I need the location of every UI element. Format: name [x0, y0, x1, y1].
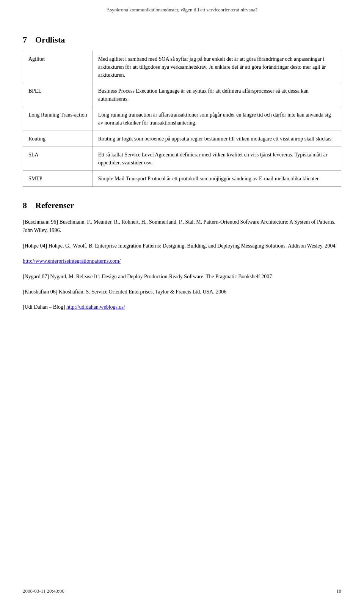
reference-entry: [Khoshafian 06] Khoshafian, S. Service O… — [23, 288, 341, 296]
glossary-term: Agilitet — [23, 51, 93, 83]
glossary-row: SMTP Simple Mail Transport Protocol är e… — [23, 171, 341, 187]
section7-heading: Ordlista — [35, 35, 65, 44]
page-footer: 2008-03-11 20:43:00 18 — [23, 588, 341, 594]
glossary-row: BPEL Business Process Execution Language… — [23, 83, 341, 107]
reference-entry-link: http://www.enterpriseintegrationpatterns… — [23, 257, 341, 265]
glossary-definition: Routing är logik som beroende på uppsatt… — [93, 131, 341, 147]
glossary-row: Long Running Trans-action Long running t… — [23, 107, 341, 131]
glossary-term: SMTP — [23, 171, 93, 187]
reference-link-udi[interactable]: http://udidahan.weblogs.us/ — [66, 304, 125, 310]
section8-heading: Referenser — [35, 200, 74, 210]
glossary-term: SLA — [23, 147, 93, 171]
glossary-term: Long Running Trans-action — [23, 107, 93, 131]
reference-entry-udi: [Udi Dahan – Blog] http://udidahan.weblo… — [23, 303, 341, 311]
section-referenser: 8 Referenser [Buschmann 96] Buschmann, F… — [23, 200, 341, 312]
footer-date: 2008-03-11 20:43:00 — [23, 588, 64, 594]
section8-title: 8 Referenser — [23, 200, 341, 210]
glossary-term: Routing — [23, 131, 93, 147]
glossary-row: SLA Ett så kallat Service Level Agreemen… — [23, 147, 341, 171]
glossary-definition: Simple Mail Transport Protocol är ett pr… — [93, 171, 341, 187]
reference-entry: [Buschmann 96] Buschmann, F., Meunier, R… — [23, 218, 341, 235]
section7-title: 7 Ordlista — [23, 35, 341, 45]
glossary-term: BPEL — [23, 83, 93, 107]
page-container: Asynkrona kommunikationsmönster, vägen t… — [0, 0, 364, 601]
reference-entry: [Hohpe 04] Hohpe, G., Woolf, B. Enterpri… — [23, 242, 341, 250]
glossary-table: Agilitet Med agilitet i samband med SOA … — [23, 51, 341, 187]
glossary-row: Agilitet Med agilitet i samband med SOA … — [23, 51, 341, 83]
section7-number: 7 — [23, 35, 27, 44]
header-title: Asynkrona kommunikationsmönster, vägen t… — [107, 7, 257, 13]
glossary-definition: Med agilitet i samband med SOA så syftar… — [93, 51, 341, 83]
footer-page: 18 — [336, 588, 341, 594]
section-ordlista: 7 Ordlista Agilitet Med agilitet i samba… — [23, 35, 341, 187]
glossary-definition: Ett så kallat Service Level Agreement de… — [93, 147, 341, 171]
references-container: [Buschmann 96] Buschmann, F., Meunier, R… — [23, 218, 341, 312]
glossary-definition: Business Process Execution Language är e… — [93, 83, 341, 107]
section8-number: 8 — [23, 200, 27, 210]
reference-link-eip[interactable]: http://www.enterpriseintegrationpatterns… — [23, 258, 121, 264]
glossary-definition: Long running transaction är affärstransa… — [93, 107, 341, 131]
reference-entry: [Nygard 07] Nygard, M, Release It!: Desi… — [23, 273, 341, 281]
page-header: Asynkrona kommunikationsmönster, vägen t… — [23, 0, 341, 17]
glossary-row: Routing Routing är logik som beroende på… — [23, 131, 341, 147]
